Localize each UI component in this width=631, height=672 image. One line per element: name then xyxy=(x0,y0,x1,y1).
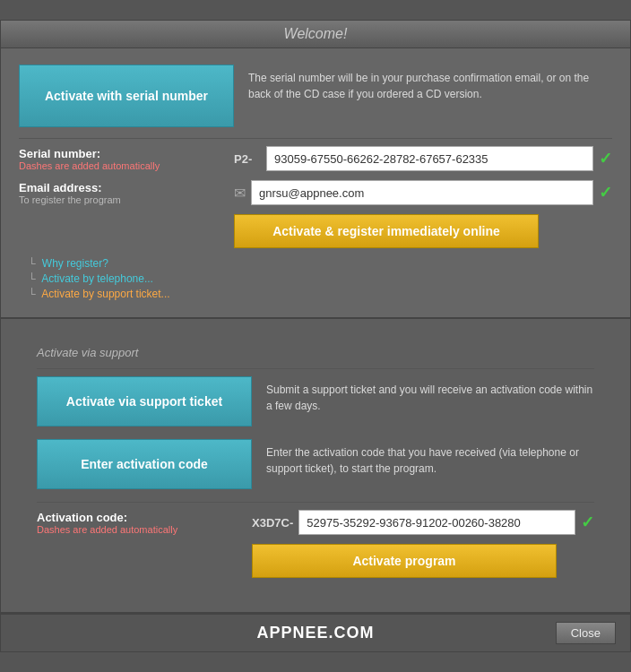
activation-code-label-group: Activation code: Dashes are added automa… xyxy=(37,511,252,535)
footer: APPNEE.COM Close xyxy=(1,614,630,651)
serial-top-row: Activate with serial number The serial n… xyxy=(19,65,612,127)
bullet-1: └ xyxy=(28,257,36,270)
title-bar: Welcome! xyxy=(1,21,630,48)
serial-description: The serial number will be in your purcha… xyxy=(248,65,612,102)
email-check-icon: ✓ xyxy=(599,183,612,202)
ticket-description: Submit a support ticket and you will rec… xyxy=(266,376,594,414)
activation-code-input-group: X3D7C- ✓ xyxy=(252,510,594,535)
close-button[interactable]: Close xyxy=(556,622,616,644)
activation-code-input[interactable] xyxy=(298,510,575,535)
appnee-logo: APPNEE.COM xyxy=(215,624,415,642)
main-window: Welcome! Activate with serial number The… xyxy=(0,20,631,652)
activate-register-button[interactable]: Activate & register immediately online xyxy=(234,214,539,248)
serial-check-icon: ✓ xyxy=(599,149,612,168)
serial-section: Activate with serial number The serial n… xyxy=(1,48,630,319)
activate-serial-button[interactable]: Activate with serial number xyxy=(19,65,234,127)
enter-code-button[interactable]: Enter activation code xyxy=(37,439,252,489)
activation-code-label: Activation code: xyxy=(37,511,127,524)
divider-2 xyxy=(37,368,594,369)
divider-1 xyxy=(19,138,612,139)
enter-code-row: Enter activation code Enter the activati… xyxy=(37,439,594,489)
envelope-icon: ✉ xyxy=(234,185,246,202)
support-ticket-button[interactable]: Activate via support ticket xyxy=(37,376,252,426)
serial-label: Serial number: xyxy=(19,147,234,160)
activation-code-field-row: Activation code: Dashes are added automa… xyxy=(37,510,594,535)
serial-input-group: P2- ✓ xyxy=(234,146,612,171)
email-label: Email address: xyxy=(19,181,234,194)
email-sub-label: To register the program xyxy=(19,194,234,205)
support-ticket-link[interactable]: Activate by support ticket... xyxy=(41,288,169,300)
telephone-link-item: └ Activate by telephone... xyxy=(28,272,612,285)
ticket-row: Activate via support ticket Submit a sup… xyxy=(37,376,594,426)
why-register-link-item: └ Why register? xyxy=(28,257,612,270)
support-section-label: Activate via support xyxy=(37,346,594,359)
serial-prefix: P2- xyxy=(234,152,261,166)
links-section: └ Why register? └ Activate by telephone.… xyxy=(19,257,612,300)
enter-code-description: Enter the activation code that you have … xyxy=(266,439,594,477)
serial-sub-label: Dashes are added automatically xyxy=(19,160,234,171)
why-register-link[interactable]: Why register? xyxy=(42,257,108,270)
footer-right: Close xyxy=(416,622,616,644)
email-field-row: Email address: To register the program ✉… xyxy=(19,180,612,205)
email-input[interactable] xyxy=(251,180,593,205)
window-title: Welcome! xyxy=(284,26,348,41)
email-label-group: Email address: To register the program xyxy=(19,181,234,205)
serial-label-group: Serial number: Dashes are added automati… xyxy=(19,147,234,171)
support-section: Activate via support Activate via suppor… xyxy=(1,319,630,614)
code-check-icon: ✓ xyxy=(581,513,594,532)
serial-input[interactable] xyxy=(266,146,593,171)
bullet-2: └ xyxy=(28,272,36,285)
telephone-link[interactable]: Activate by telephone... xyxy=(41,272,153,285)
support-section-inner: Activate via support Activate via suppor… xyxy=(19,335,612,598)
divider-3 xyxy=(37,502,594,503)
bullet-3: └ xyxy=(28,288,36,300)
support-ticket-link-item: └ Activate by support ticket... xyxy=(28,288,612,300)
code-prefix: X3D7C- xyxy=(252,516,293,530)
email-input-group: ✉ ✓ xyxy=(234,180,612,205)
serial-field-row: Serial number: Dashes are added automati… xyxy=(19,146,612,171)
activate-program-button[interactable]: Activate program xyxy=(252,544,557,578)
activation-code-sub-label: Dashes are added automatically xyxy=(37,524,177,535)
